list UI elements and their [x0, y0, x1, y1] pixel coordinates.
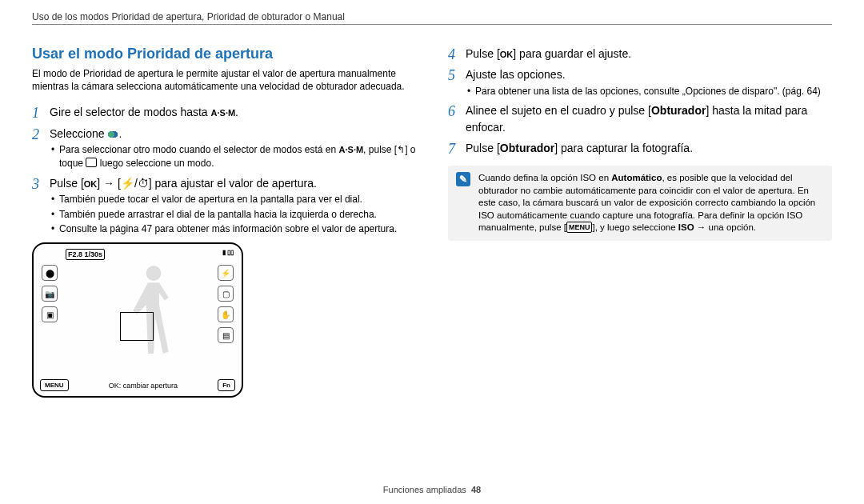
hint-text: OK: cambiar apertura — [109, 382, 178, 390]
substep: También puede arrastrar el dial de la pa… — [50, 208, 416, 222]
column-right: Pulse [OK] para guardar el ajuste. Ajust… — [448, 46, 832, 398]
mode-asm-icon: A·S·M — [211, 107, 236, 120]
drive-icon: ▣ — [42, 306, 58, 322]
shutter-label: Obturador — [651, 104, 706, 117]
step-text: Seleccione — [50, 127, 107, 140]
step-1: Gire el selector de modos hasta A·S·M. — [32, 104, 416, 120]
section-title: Usar el modo Prioridad de apertura — [32, 46, 416, 62]
menu-button-icon: MENU — [566, 222, 593, 233]
step-2: Seleccione . Para seleccionar otro modo … — [32, 126, 416, 170]
substep: Para seleccionar otro modo cuando el sel… — [50, 143, 416, 170]
mode-indicator-icon: ⬤ — [42, 265, 58, 281]
step-3: Pulse [OK] → [⚡/⏱] para ajustar el valor… — [32, 175, 416, 237]
mode-asm-icon: A·S·M — [339, 144, 364, 156]
aperture-mode-icon — [107, 130, 118, 138]
flash-off-icon: ⚡ — [218, 265, 234, 281]
intro-text: El modo de Prioridad de apertura le perm… — [32, 67, 416, 93]
step-6: Alinee el sujeto en el cuadro y pulse [O… — [448, 102, 832, 135]
menu-button: MENU — [40, 379, 69, 391]
step-text: . — [235, 106, 238, 118]
flash-icon: ⚡ — [121, 177, 134, 190]
step-4: Pulse [OK] para guardar el ajuste. — [448, 46, 832, 62]
timer-icon: ⏱ — [138, 177, 149, 190]
back-icon: ↰ — [397, 144, 405, 155]
fn-button: Fn — [218, 379, 235, 391]
focus-mode-icon: ▢ — [218, 286, 234, 302]
camera-lcd-mock: F2.8 1/30s ▮ ▯▯ ⬤ 📷 ▣ ⚡ ▢ ✋ ▤ — [32, 242, 243, 398]
battery-indicator: ▮ ▯▯ — [222, 249, 234, 260]
substep: Para obtener una lista de las opciones, … — [466, 85, 832, 98]
note-text: Cuando defina la opción ISO en Automátic… — [478, 172, 824, 234]
shutter-label: Obturador — [500, 142, 554, 154]
camera-icon: 📷 — [42, 286, 58, 302]
page-number: 48 — [471, 485, 481, 494]
column-left: Usar el modo Prioridad de apertura El mo… — [32, 46, 416, 398]
stabilizer-icon: ✋ — [218, 306, 234, 322]
ok-button-icon: OK — [500, 49, 514, 62]
exposure-readout: F2.8 1/30s — [66, 249, 105, 260]
focus-area — [120, 312, 154, 341]
step-text: Pulse [ — [50, 177, 84, 190]
step-7: Pulse [Obturador] para capturar la fotog… — [448, 140, 832, 156]
info-icon: ✎ — [456, 172, 470, 186]
substep: También puede tocar el valor de apertura… — [50, 193, 416, 206]
quality-icon: ▤ — [218, 327, 234, 343]
step-text: Gire el selector de modos hasta — [50, 106, 211, 118]
step-text: . — [118, 127, 122, 140]
ok-button-icon: OK — [84, 178, 98, 191]
substep: Consulte la página 47 para obtener más i… — [50, 222, 416, 236]
footer-section: Funciones ampliadas — [383, 485, 466, 494]
info-note: ✎ Cuando defina la opción ISO en Automát… — [448, 166, 832, 241]
mode-touch-icon — [86, 158, 97, 167]
breadcrumb-header: Uso de los modos Prioridad de apertura, … — [32, 11, 832, 25]
step-5: Ajuste las opciones. Para obtener una li… — [448, 66, 832, 98]
page-footer: Funciones ampliadas 48 — [0, 485, 864, 494]
